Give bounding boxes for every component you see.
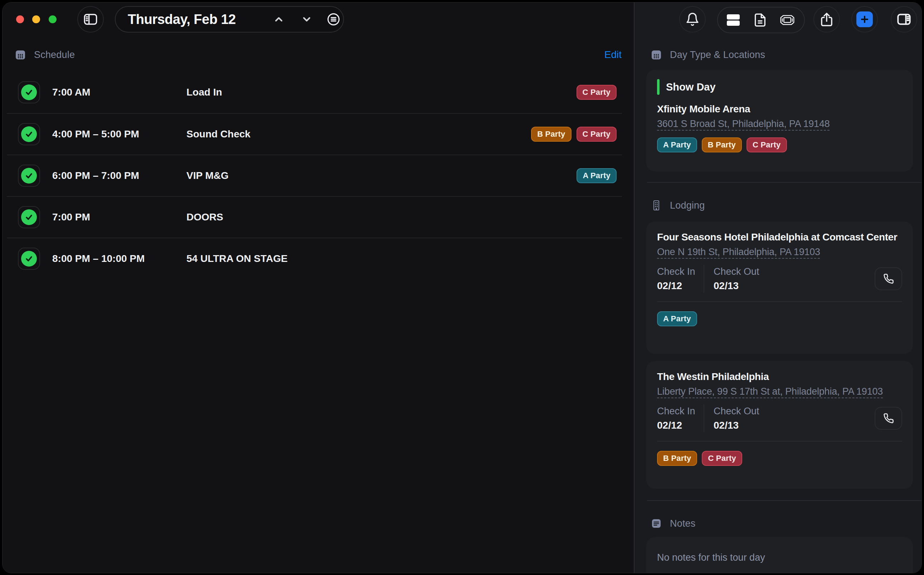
- card-divider: [657, 301, 902, 302]
- date-selector[interactable]: Thursday, Feb 12: [115, 6, 344, 33]
- plus-icon: [856, 11, 873, 27]
- sidebar-left-icon: [83, 13, 98, 26]
- schedule-section-title: Schedule: [34, 49, 75, 60]
- day-type-accent-bar: [657, 79, 660, 95]
- event-complete-button[interactable]: [18, 206, 40, 228]
- schedule-panel: Schedule Edit 7:00 AM Load In C Party 4:…: [3, 3, 634, 573]
- hotel-address-link[interactable]: Liberty Place, 99 S 17th St at, Philadel…: [657, 386, 883, 397]
- schedule-row[interactable]: 4:00 PM – 5:00 PM Sound Check B PartyC P…: [7, 113, 622, 154]
- check-out-column: Check Out 02/13: [714, 266, 759, 292]
- section-separator: [647, 182, 921, 183]
- party-badge: A Party: [657, 311, 697, 326]
- day-type-row: Show Day: [657, 79, 902, 95]
- cards-view-button[interactable]: [726, 13, 740, 27]
- event-title: 54 ULTRA ON STAGE: [186, 253, 617, 264]
- event-time: 7:00 PM: [52, 211, 186, 223]
- ticket-view-button[interactable]: [779, 13, 795, 27]
- ticket-icon: [779, 13, 795, 27]
- event-time: 4:00 PM – 5:00 PM: [52, 129, 186, 140]
- schedule-section-header: Schedule: [15, 47, 75, 63]
- document-view-button[interactable]: [753, 13, 767, 27]
- event-complete-button[interactable]: [18, 248, 40, 270]
- party-badge: C Party: [576, 85, 617, 100]
- check-circle-icon: [21, 168, 37, 184]
- phone-icon: [883, 273, 894, 284]
- details-panel: Day Type & Locations Show Day Xfinity Mo…: [635, 3, 922, 573]
- notes-empty-text: No notes for this tour day: [657, 552, 902, 563]
- hotel-name: The Westin Philadelphia: [657, 371, 902, 383]
- event-badges: B PartyC Party: [531, 127, 617, 142]
- check-out-date: 02/13: [714, 280, 759, 292]
- call-hotel-button[interactable]: [875, 267, 902, 290]
- event-time: 6:00 PM – 7:00 PM: [52, 170, 186, 181]
- event-title: Load In: [186, 87, 576, 98]
- event-title: VIP M&G: [186, 170, 576, 181]
- card-divider: [657, 441, 902, 442]
- party-badge: B Party: [702, 137, 742, 152]
- event-complete-button[interactable]: [18, 123, 40, 145]
- hotel-badges: A Party: [657, 311, 902, 326]
- venue-address-link[interactable]: 3601 S Broad St, Philadelphia, PA 19148: [657, 118, 830, 130]
- schedule-row[interactable]: 7:00 PM DOORS: [7, 196, 622, 238]
- notes-section-header: Notes: [651, 516, 696, 531]
- check-circle-icon: [21, 209, 37, 225]
- minimize-window-button[interactable]: [32, 15, 40, 23]
- app-window: Schedule Edit 7:00 AM Load In C Party 4:…: [2, 2, 922, 573]
- schedule-row[interactable]: 6:00 PM – 7:00 PM VIP M&G A Party: [7, 154, 622, 196]
- details-sidebar-toggle-button[interactable]: [891, 6, 917, 33]
- check-divider: [703, 404, 704, 432]
- day-menu-icon[interactable]: [326, 12, 341, 27]
- hotel-badges: B PartyC Party: [657, 451, 902, 466]
- notifications-button[interactable]: [679, 6, 706, 33]
- day-type-card: Show Day Xfinity Mobile Arena 3601 S Bro…: [646, 70, 913, 172]
- check-circle-icon: [21, 84, 37, 100]
- event-complete-button[interactable]: [18, 81, 40, 103]
- lodging-card: The Westin Philadelphia Liberty Place, 9…: [646, 361, 913, 489]
- party-badge: C Party: [576, 127, 617, 142]
- check-in-column: Check In 02/12: [657, 406, 702, 431]
- close-window-button[interactable]: [16, 15, 24, 23]
- party-badge: B Party: [657, 451, 697, 466]
- hotel-address-link[interactable]: One N 19th St, Philadelphia, PA 19103: [657, 246, 820, 257]
- check-out-label: Check Out: [714, 406, 759, 417]
- check-divider: [703, 265, 704, 293]
- calendar-icon: [651, 49, 662, 60]
- share-button[interactable]: [813, 6, 840, 33]
- party-badge: B Party: [531, 127, 571, 142]
- day-type-section-title: Day Type & Locations: [670, 49, 765, 60]
- notes-card: No notes for this tour day: [646, 537, 913, 573]
- party-badge: C Party: [746, 137, 787, 152]
- venue-name: Xfinity Mobile Arena: [657, 103, 902, 115]
- hotel-name: Four Seasons Hotel Philadelphia at Comca…: [657, 232, 902, 243]
- sidebar-right-icon: [896, 13, 912, 26]
- schedule-row[interactable]: 8:00 PM – 10:00 PM 54 ULTRA ON STAGE: [7, 238, 622, 279]
- view-switcher: [717, 7, 805, 33]
- bell-icon: [685, 12, 700, 27]
- party-badge: C Party: [702, 451, 742, 466]
- chevron-up-icon[interactable]: [273, 14, 284, 25]
- edit-schedule-button[interactable]: Edit: [605, 47, 622, 63]
- current-date-label: Thursday, Feb 12: [128, 12, 236, 27]
- party-badge: A Party: [657, 137, 697, 152]
- phone-icon: [883, 413, 894, 424]
- check-circle-icon: [21, 126, 37, 142]
- notes-section-title: Notes: [670, 518, 696, 529]
- chevron-down-icon[interactable]: [301, 14, 313, 25]
- document-icon: [753, 13, 767, 27]
- event-title: Sound Check: [186, 129, 531, 140]
- lodging-section-title: Lodging: [670, 200, 705, 211]
- add-button[interactable]: [851, 6, 878, 33]
- check-in-label: Check In: [657, 266, 702, 277]
- schedule-list: 7:00 AM Load In C Party 4:00 PM – 5:00 P…: [7, 71, 622, 279]
- event-complete-button[interactable]: [18, 165, 40, 187]
- sidebar-toggle-button[interactable]: [77, 6, 104, 33]
- zoom-window-button[interactable]: [49, 15, 57, 23]
- call-hotel-button[interactable]: [875, 407, 902, 430]
- check-out-date: 02/13: [714, 420, 759, 431]
- event-time: 8:00 PM – 10:00 PM: [52, 253, 186, 264]
- share-icon: [819, 12, 834, 27]
- note-icon: [651, 518, 662, 529]
- event-time: 7:00 AM: [52, 87, 186, 98]
- event-badges: A Party: [576, 168, 617, 183]
- schedule-row[interactable]: 7:00 AM Load In C Party: [7, 71, 622, 113]
